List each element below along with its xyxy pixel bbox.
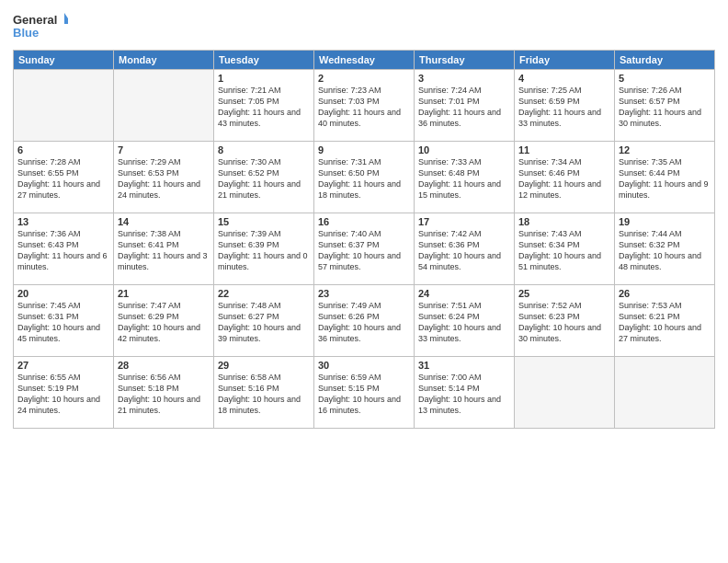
day-cell: 24Sunrise: 7:51 AM Sunset: 6:24 PM Dayli… <box>415 285 515 357</box>
day-info: Sunrise: 7:31 AM Sunset: 6:50 PM Dayligh… <box>318 156 410 201</box>
day-number: 10 <box>418 144 510 155</box>
week-row-5: 27Sunrise: 6:55 AM Sunset: 5:19 PM Dayli… <box>14 357 715 429</box>
day-number: 20 <box>17 288 109 299</box>
day-number: 18 <box>518 216 610 227</box>
day-cell: 31Sunrise: 7:00 AM Sunset: 5:14 PM Dayli… <box>415 357 515 429</box>
day-number: 17 <box>418 216 510 227</box>
day-number: 5 <box>619 73 711 84</box>
header: General Blue <box>13 9 715 44</box>
day-cell: 7Sunrise: 7:29 AM Sunset: 6:53 PM Daylig… <box>114 142 214 213</box>
day-cell: 20Sunrise: 7:45 AM Sunset: 6:31 PM Dayli… <box>14 285 114 357</box>
weekday-monday: Monday <box>114 51 214 70</box>
weekday-sunday: Sunday <box>14 51 114 70</box>
day-number: 26 <box>619 288 711 299</box>
day-info: Sunrise: 7:21 AM Sunset: 7:05 PM Dayligh… <box>218 85 310 130</box>
day-info: Sunrise: 7:26 AM Sunset: 6:57 PM Dayligh… <box>619 85 711 130</box>
day-info: Sunrise: 7:36 AM Sunset: 6:43 PM Dayligh… <box>17 228 109 273</box>
svg-marker-2 <box>64 13 68 24</box>
day-info: Sunrise: 7:49 AM Sunset: 6:26 PM Dayligh… <box>318 300 410 345</box>
day-cell: 26Sunrise: 7:53 AM Sunset: 6:21 PM Dayli… <box>615 285 715 357</box>
day-cell: 29Sunrise: 6:58 AM Sunset: 5:16 PM Dayli… <box>214 357 314 429</box>
week-row-4: 20Sunrise: 7:45 AM Sunset: 6:31 PM Dayli… <box>14 285 715 357</box>
day-number: 31 <box>418 360 510 371</box>
day-info: Sunrise: 6:55 AM Sunset: 5:19 PM Dayligh… <box>17 372 109 417</box>
day-number: 23 <box>318 288 410 299</box>
day-info: Sunrise: 7:34 AM Sunset: 6:46 PM Dayligh… <box>518 156 610 201</box>
weekday-friday: Friday <box>515 51 615 70</box>
day-number: 25 <box>518 288 610 299</box>
week-row-2: 6Sunrise: 7:28 AM Sunset: 6:55 PM Daylig… <box>14 142 715 213</box>
day-cell: 15Sunrise: 7:39 AM Sunset: 6:39 PM Dayli… <box>214 213 314 285</box>
day-cell: 9Sunrise: 7:31 AM Sunset: 6:50 PM Daylig… <box>314 142 415 213</box>
day-number: 1 <box>218 73 310 84</box>
day-info: Sunrise: 6:58 AM Sunset: 5:16 PM Dayligh… <box>218 372 310 417</box>
day-number: 29 <box>218 360 310 371</box>
day-info: Sunrise: 7:28 AM Sunset: 6:55 PM Dayligh… <box>17 156 109 201</box>
week-row-3: 13Sunrise: 7:36 AM Sunset: 6:43 PM Dayli… <box>14 213 715 285</box>
day-number: 2 <box>318 73 410 84</box>
day-cell: 17Sunrise: 7:42 AM Sunset: 6:36 PM Dayli… <box>415 213 515 285</box>
day-info: Sunrise: 7:40 AM Sunset: 6:37 PM Dayligh… <box>318 228 410 273</box>
day-cell: 30Sunrise: 6:59 AM Sunset: 5:15 PM Dayli… <box>314 357 415 429</box>
day-cell: 5Sunrise: 7:26 AM Sunset: 6:57 PM Daylig… <box>615 70 715 142</box>
day-info: Sunrise: 7:29 AM Sunset: 6:53 PM Dayligh… <box>118 156 210 201</box>
day-cell: 22Sunrise: 7:48 AM Sunset: 6:27 PM Dayli… <box>214 285 314 357</box>
day-info: Sunrise: 7:23 AM Sunset: 7:03 PM Dayligh… <box>318 85 410 130</box>
day-cell: 11Sunrise: 7:34 AM Sunset: 6:46 PM Dayli… <box>515 142 615 213</box>
day-info: Sunrise: 7:44 AM Sunset: 6:32 PM Dayligh… <box>619 228 711 273</box>
day-cell: 1Sunrise: 7:21 AM Sunset: 7:05 PM Daylig… <box>214 70 314 142</box>
day-cell: 3Sunrise: 7:24 AM Sunset: 7:01 PM Daylig… <box>415 70 515 142</box>
day-cell: 14Sunrise: 7:38 AM Sunset: 6:41 PM Dayli… <box>114 213 214 285</box>
day-cell: 23Sunrise: 7:49 AM Sunset: 6:26 PM Dayli… <box>314 285 415 357</box>
day-info: Sunrise: 7:42 AM Sunset: 6:36 PM Dayligh… <box>418 228 510 273</box>
day-cell: 4Sunrise: 7:25 AM Sunset: 6:59 PM Daylig… <box>515 70 615 142</box>
day-number: 19 <box>619 216 711 227</box>
day-number: 6 <box>17 144 109 155</box>
day-info: Sunrise: 7:33 AM Sunset: 6:48 PM Dayligh… <box>418 156 510 201</box>
day-number: 24 <box>418 288 510 299</box>
day-info: Sunrise: 7:48 AM Sunset: 6:27 PM Dayligh… <box>218 300 310 345</box>
day-number: 4 <box>518 73 610 84</box>
day-number: 8 <box>218 144 310 155</box>
day-cell: 28Sunrise: 6:56 AM Sunset: 5:18 PM Dayli… <box>114 357 214 429</box>
day-cell <box>14 70 114 142</box>
logo-svg: General Blue <box>13 9 68 44</box>
day-number: 15 <box>218 216 310 227</box>
day-cell: 2Sunrise: 7:23 AM Sunset: 7:03 PM Daylig… <box>314 70 415 142</box>
day-cell: 21Sunrise: 7:47 AM Sunset: 6:29 PM Dayli… <box>114 285 214 357</box>
day-number: 14 <box>118 216 210 227</box>
weekday-tuesday: Tuesday <box>214 51 314 70</box>
day-info: Sunrise: 7:35 AM Sunset: 6:44 PM Dayligh… <box>619 156 711 201</box>
day-info: Sunrise: 7:38 AM Sunset: 6:41 PM Dayligh… <box>118 228 210 273</box>
day-number: 3 <box>418 73 510 84</box>
weekday-wednesday: Wednesday <box>314 51 415 70</box>
day-cell: 10Sunrise: 7:33 AM Sunset: 6:48 PM Dayli… <box>415 142 515 213</box>
day-number: 21 <box>118 288 210 299</box>
weekday-header-row: SundayMondayTuesdayWednesdayThursdayFrid… <box>14 51 715 70</box>
day-number: 27 <box>17 360 109 371</box>
day-info: Sunrise: 7:24 AM Sunset: 7:01 PM Dayligh… <box>418 85 510 130</box>
weekday-thursday: Thursday <box>415 51 515 70</box>
day-number: 7 <box>118 144 210 155</box>
day-cell <box>515 357 615 429</box>
day-number: 16 <box>318 216 410 227</box>
day-info: Sunrise: 7:39 AM Sunset: 6:39 PM Dayligh… <box>218 228 310 273</box>
day-info: Sunrise: 6:59 AM Sunset: 5:15 PM Dayligh… <box>318 372 410 417</box>
day-info: Sunrise: 7:30 AM Sunset: 6:52 PM Dayligh… <box>218 156 310 201</box>
day-info: Sunrise: 7:53 AM Sunset: 6:21 PM Dayligh… <box>619 300 711 345</box>
day-cell <box>114 70 214 142</box>
day-info: Sunrise: 7:43 AM Sunset: 6:34 PM Dayligh… <box>518 228 610 273</box>
day-info: Sunrise: 7:51 AM Sunset: 6:24 PM Dayligh… <box>418 300 510 345</box>
day-number: 12 <box>619 144 711 155</box>
day-cell: 6Sunrise: 7:28 AM Sunset: 6:55 PM Daylig… <box>14 142 114 213</box>
day-cell: 8Sunrise: 7:30 AM Sunset: 6:52 PM Daylig… <box>214 142 314 213</box>
day-cell <box>615 357 715 429</box>
day-cell: 18Sunrise: 7:43 AM Sunset: 6:34 PM Dayli… <box>515 213 615 285</box>
calendar-container: General Blue SundayMondayTuesdayWednesda… <box>0 0 728 563</box>
day-cell: 13Sunrise: 7:36 AM Sunset: 6:43 PM Dayli… <box>14 213 114 285</box>
day-number: 22 <box>218 288 310 299</box>
calendar-table: SundayMondayTuesdayWednesdayThursdayFrid… <box>13 50 715 429</box>
day-number: 30 <box>318 360 410 371</box>
day-info: Sunrise: 7:25 AM Sunset: 6:59 PM Dayligh… <box>518 85 610 130</box>
svg-text:General: General <box>13 13 57 27</box>
